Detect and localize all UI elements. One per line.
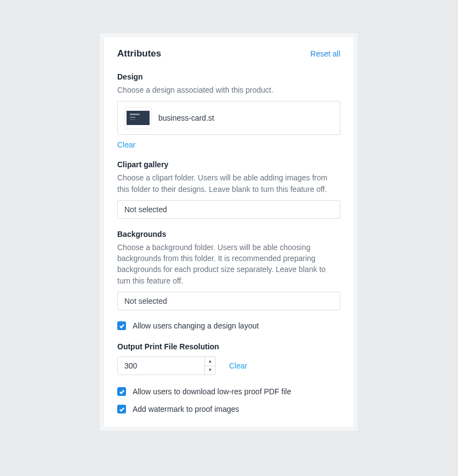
reset-all-link[interactable]: Reset all xyxy=(311,49,340,58)
panel-header: Attributes Reset all xyxy=(117,48,340,59)
clipart-description: Choose a clipart folder. Users will be a… xyxy=(117,172,340,195)
watermark-checkbox[interactable] xyxy=(117,405,126,413)
backgrounds-select[interactable]: Not selected xyxy=(117,292,340,310)
check-icon xyxy=(119,406,125,412)
spinner-buttons: ▲ ▼ xyxy=(204,357,215,375)
allow-layout-checkbox[interactable] xyxy=(117,321,126,330)
backgrounds-description: Choose a background folder. Users will b… xyxy=(117,242,340,286)
check-icon xyxy=(119,389,125,395)
design-selector[interactable]: business-card.st xyxy=(117,101,340,135)
attributes-card: Attributes Reset all Design Choose a des… xyxy=(100,33,358,431)
design-thumbnail xyxy=(124,107,152,129)
design-label: Design xyxy=(117,72,340,81)
resolution-clear-link[interactable]: Clear xyxy=(229,361,247,370)
spinner-down-button[interactable]: ▼ xyxy=(205,366,215,375)
watermark-row: Add watermark to proof images xyxy=(117,405,340,413)
resolution-section: Output Print File Resolution ▲ ▼ Clear xyxy=(117,342,340,375)
design-selected-name: business-card.st xyxy=(158,114,214,122)
check-icon xyxy=(119,323,125,329)
design-section: Design Choose a design associated with t… xyxy=(117,72,340,149)
design-description: Choose a design associated with this pro… xyxy=(117,84,340,95)
clipart-select[interactable]: Not selected xyxy=(117,200,340,219)
allow-proof-label: Allow users to download low-res proof PD… xyxy=(133,387,291,396)
allow-layout-row: Allow users changing a design layout xyxy=(117,321,340,330)
clipart-section: Clipart gallery Choose a clipart folder.… xyxy=(117,160,340,219)
resolution-input[interactable] xyxy=(118,357,204,375)
backgrounds-label: Backgrounds xyxy=(117,230,340,239)
design-clear-link[interactable]: Clear xyxy=(117,140,135,149)
resolution-spinner: ▲ ▼ xyxy=(117,356,216,375)
clipart-label: Clipart gallery xyxy=(117,160,340,169)
watermark-label: Add watermark to proof images xyxy=(133,405,239,413)
panel-title: Attributes xyxy=(117,48,161,59)
spinner-up-button[interactable]: ▲ xyxy=(205,357,215,366)
allow-proof-row: Allow users to download low-res proof PD… xyxy=(117,387,340,396)
resolution-label: Output Print File Resolution xyxy=(117,342,340,351)
allow-layout-label: Allow users changing a design layout xyxy=(133,321,259,330)
allow-proof-checkbox[interactable] xyxy=(117,387,126,396)
backgrounds-section: Backgrounds Choose a background folder. … xyxy=(117,230,340,310)
